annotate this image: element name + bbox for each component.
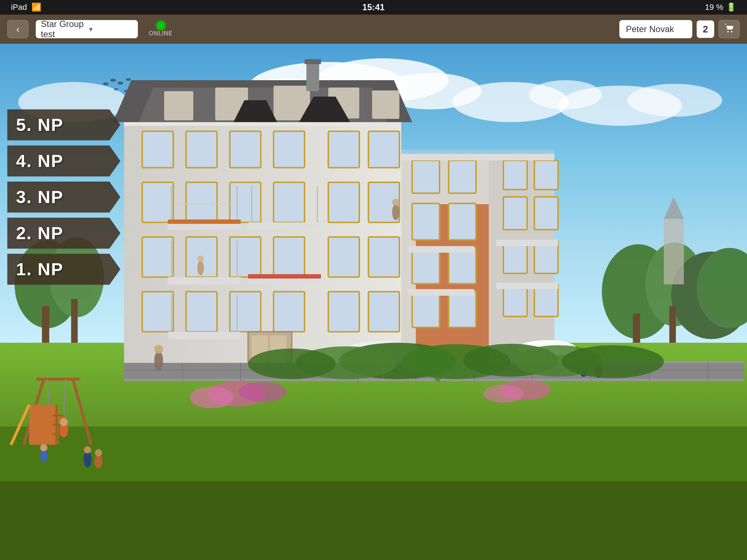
svg-rect-98 [230, 292, 261, 332]
svg-rect-91 [368, 237, 399, 277]
user-section: Peter Novak 2 [619, 20, 740, 38]
online-indicator: ONLINE [149, 22, 173, 37]
svg-rect-124 [401, 154, 554, 160]
svg-point-158 [95, 449, 102, 456]
svg-point-15 [110, 79, 116, 82]
svg-point-176 [239, 382, 286, 402]
battery-percent: 19 % [705, 3, 723, 12]
svg-point-0 [727, 31, 729, 32]
online-status-dot [157, 22, 165, 30]
svg-rect-25 [71, 299, 78, 343]
svg-point-154 [40, 444, 47, 451]
svg-rect-121 [409, 289, 474, 296]
svg-rect-88 [230, 237, 261, 277]
svg-rect-83 [449, 203, 476, 240]
svg-point-14 [103, 82, 109, 85]
project-selector[interactable]: Star Group test ▾ [36, 20, 138, 38]
floor-5-button[interactable]: 5. NP [7, 109, 120, 140]
nav-bar: ‹ Star Group test ▾ ONLINE Peter Novak 2 [0, 15, 747, 44]
status-left: iPad 📶 [11, 3, 41, 12]
svg-rect-68 [230, 131, 261, 168]
chevron-down-icon: ▾ [89, 25, 133, 34]
svg-rect-99 [274, 292, 305, 332]
svg-point-16 [117, 82, 123, 85]
svg-point-173 [562, 345, 664, 378]
svg-point-156 [84, 446, 91, 454]
svg-rect-67 [186, 131, 217, 168]
svg-rect-90 [328, 237, 359, 277]
svg-rect-120 [409, 246, 474, 253]
svg-rect-73 [449, 160, 476, 193]
floor-1-label: 1. NP [16, 259, 63, 279]
cart-icon [723, 22, 735, 36]
status-bar: iPad 📶 15:41 19 % 🔋 [0, 0, 747, 15]
svg-rect-80 [328, 182, 359, 222]
svg-point-152 [60, 418, 68, 426]
floor-5-label: 5. NP [16, 115, 63, 135]
svg-point-12 [627, 84, 722, 117]
floor-4-button[interactable]: 4. NP [7, 145, 120, 176]
notification-badge: 2 [697, 20, 714, 38]
back-icon: ‹ [16, 24, 20, 35]
svg-rect-77 [186, 182, 217, 222]
svg-rect-74 [503, 160, 527, 190]
svg-point-1 [731, 31, 732, 32]
svg-rect-84 [503, 197, 527, 230]
svg-point-20 [114, 88, 118, 90]
floor-4-label: 4. NP [16, 151, 63, 171]
svg-rect-86 [142, 237, 173, 277]
svg-rect-131 [168, 219, 241, 224]
svg-rect-69 [274, 131, 305, 168]
svg-rect-78 [230, 182, 261, 222]
svg-rect-61 [372, 90, 399, 119]
svg-rect-85 [534, 197, 558, 230]
svg-rect-101 [368, 292, 399, 332]
badge-count: 2 [703, 24, 708, 35]
floor-2-button[interactable]: 2. NP [7, 218, 120, 249]
svg-rect-113 [168, 277, 241, 284]
time-display: 15:41 [362, 2, 384, 12]
svg-rect-125 [401, 149, 554, 154]
svg-rect-32 [664, 219, 684, 284]
floor-3-button[interactable]: 3. NP [7, 182, 120, 213]
svg-rect-70 [328, 131, 359, 168]
svg-rect-76 [142, 182, 173, 222]
floor-2-label: 2. NP [16, 223, 63, 243]
main-content: 5. NP 4. NP 3. NP 2. NP 1. NP [0, 44, 747, 560]
svg-rect-103 [449, 291, 476, 327]
cart-button[interactable] [719, 20, 740, 38]
svg-rect-71 [368, 131, 399, 168]
svg-rect-65 [305, 59, 321, 64]
svg-rect-64 [306, 62, 319, 91]
svg-point-133 [392, 204, 399, 220]
floor-1-button[interactable]: 1. NP [7, 254, 120, 285]
svg-rect-89 [274, 237, 305, 277]
svg-point-136 [197, 256, 204, 262]
svg-rect-122 [496, 240, 558, 246]
back-button[interactable]: ‹ [7, 20, 28, 38]
svg-rect-66 [142, 131, 173, 168]
svg-rect-72 [412, 160, 440, 193]
svg-rect-79 [274, 182, 305, 222]
battery-icon: 🔋 [726, 3, 736, 12]
svg-point-135 [197, 261, 204, 275]
battery-area: 19 % 🔋 [705, 3, 736, 12]
svg-rect-102 [412, 291, 440, 327]
project-name-label: Star Group test [41, 19, 85, 39]
svg-rect-36 [0, 481, 747, 560]
floor-3-label: 3. NP [16, 187, 63, 207]
svg-rect-100 [328, 292, 359, 332]
svg-point-17 [126, 78, 131, 81]
svg-point-169 [248, 349, 336, 379]
svg-point-134 [392, 199, 399, 206]
floor-buttons: 5. NP 4. NP 3. NP 2. NP 1. NP [7, 109, 120, 285]
svg-point-138 [154, 345, 163, 354]
svg-rect-96 [142, 292, 173, 332]
user-name-display: Peter Novak [619, 20, 692, 38]
svg-rect-110 [248, 222, 321, 230]
svg-rect-57 [164, 91, 193, 120]
wifi-icon: 📶 [31, 3, 41, 12]
svg-point-155 [84, 451, 92, 467]
svg-rect-132 [248, 274, 321, 279]
svg-rect-123 [496, 283, 558, 289]
